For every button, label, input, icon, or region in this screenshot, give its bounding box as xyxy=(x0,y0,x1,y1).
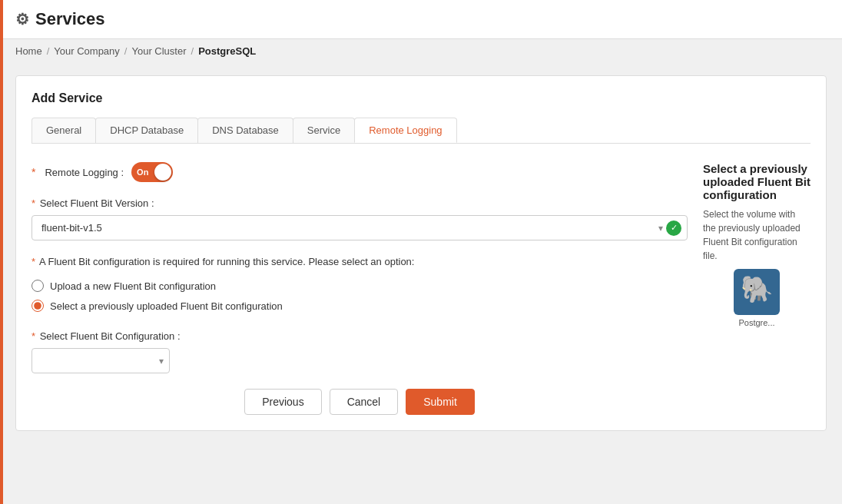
radio-upload-item[interactable]: Upload a new Fluent Bit configuration xyxy=(31,280,688,292)
radio-select[interactable] xyxy=(31,300,44,312)
required-star-3: * xyxy=(31,256,35,267)
tab-dhcp[interactable]: DHCP Database xyxy=(95,118,198,143)
remote-logging-row: * Remote Logging : On xyxy=(31,162,688,182)
add-service-card: Add Service General DHCP Database DNS Da… xyxy=(15,75,827,431)
gear-icon: ⚙ xyxy=(15,10,29,28)
toggle-container: On xyxy=(131,162,173,182)
radio-select-item[interactable]: Select a previously uploaded Fluent Bit … xyxy=(31,300,688,312)
form-section: * Remote Logging : On * Select Fluent Bi… xyxy=(31,162,688,415)
breadcrumb: Home / Your Company / Your Cluster / Pos… xyxy=(0,39,842,63)
postgres-logo: 🐘 Postgre... xyxy=(734,269,780,327)
top-bar: ⚙ Services xyxy=(0,0,842,39)
required-star-4: * xyxy=(31,330,35,342)
breadcrumb-current: PostgreSQL xyxy=(198,45,256,57)
version-label: * Select Fluent Bit Version : xyxy=(31,197,688,209)
breadcrumb-company[interactable]: Your Company xyxy=(54,45,120,57)
help-title: Select a previously uploaded Fluent Bit … xyxy=(703,162,811,201)
main-content: Add Service General DHCP Database DNS Da… xyxy=(0,63,842,443)
chevron-down-icon: ▾ xyxy=(658,223,663,234)
config-select-wrapper: ▾ xyxy=(31,348,170,373)
separator-3: / xyxy=(191,45,194,57)
radio-upload[interactable] xyxy=(31,280,44,292)
tab-service[interactable]: Service xyxy=(293,118,355,143)
version-select[interactable]: fluent-bit-v1.5 xyxy=(31,215,688,240)
toggle-label: On xyxy=(137,167,148,177)
toggle-knob xyxy=(154,164,171,181)
config-select-label: * Select Fluent Bit Configuration : xyxy=(31,330,688,342)
select-icons: ▾ ✓ xyxy=(658,220,681,236)
version-section: * Select Fluent Bit Version : fluent-bit… xyxy=(31,197,688,240)
help-panel: Select a previously uploaded Fluent Bit … xyxy=(703,162,811,263)
breadcrumb-home[interactable]: Home xyxy=(15,45,42,57)
required-star-2: * xyxy=(31,197,35,209)
tab-remote-logging[interactable]: Remote Logging xyxy=(354,118,456,143)
tab-general[interactable]: General xyxy=(31,118,96,143)
left-accent xyxy=(0,0,3,443)
required-star-1: * xyxy=(31,166,35,178)
right-panel: Select a previously uploaded Fluent Bit … xyxy=(703,162,811,415)
config-select[interactable] xyxy=(31,348,170,373)
previous-button[interactable]: Previous xyxy=(244,389,321,415)
svg-text:🐘: 🐘 xyxy=(741,274,774,305)
version-select-wrapper: fluent-bit-v1.5 ▾ ✓ xyxy=(31,215,688,240)
card-title: Add Service xyxy=(31,91,811,105)
cancel-button[interactable]: Cancel xyxy=(330,389,399,415)
separator-2: / xyxy=(124,45,128,57)
config-info: * A Fluent Bit configuration is required… xyxy=(31,256,688,267)
page-title: ⚙ Services xyxy=(15,9,105,29)
content-area: * Remote Logging : On * Select Fluent Bi… xyxy=(31,162,811,415)
submit-button[interactable]: Submit xyxy=(406,389,475,415)
separator-1: / xyxy=(47,45,50,57)
check-circle-icon: ✓ xyxy=(666,220,681,236)
remote-logging-label: Remote Logging : xyxy=(45,167,124,178)
breadcrumb-cluster[interactable]: Your Cluster xyxy=(131,45,186,57)
radio-group: Upload a new Fluent Bit configuration Se… xyxy=(31,280,688,312)
remote-logging-toggle[interactable]: On xyxy=(131,162,173,182)
tab-dns[interactable]: DNS Database xyxy=(197,118,293,143)
button-row: Previous Cancel Submit xyxy=(31,389,688,415)
tabs-container: General DHCP Database DNS Database Servi… xyxy=(31,118,811,144)
postgres-label: Postgre... xyxy=(738,318,774,327)
config-select-section: * Select Fluent Bit Configuration : ▾ xyxy=(31,330,688,373)
help-desc: Select the volume with the previously up… xyxy=(703,207,811,263)
postgres-elephant-icon: 🐘 xyxy=(734,269,780,315)
